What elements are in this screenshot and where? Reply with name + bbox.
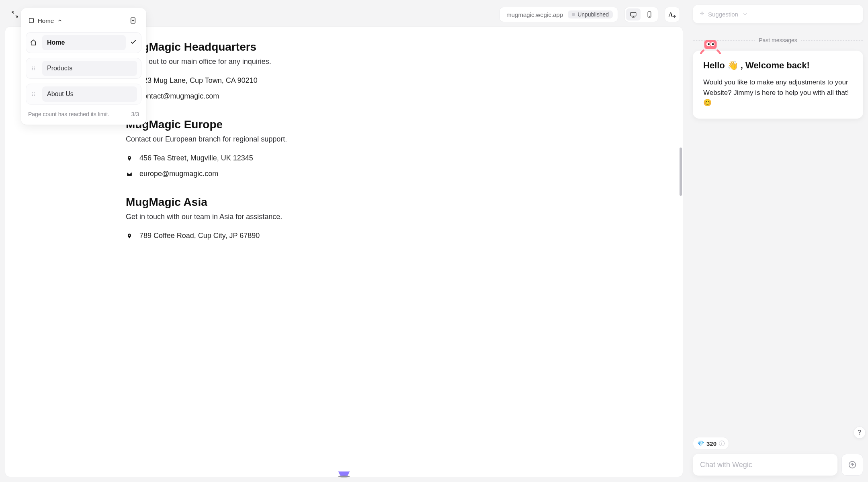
- location-icon: [126, 155, 133, 162]
- office-block: MugMagic Europe Contact our European bra…: [126, 118, 651, 178]
- office-subtitle: Contact our European branch for regional…: [126, 135, 651, 144]
- suggestion-label: Suggestion: [708, 11, 738, 18]
- mail-icon: [126, 171, 133, 177]
- editor-shell: Home mugmagic.wegic.app Unpublished: [5, 5, 683, 477]
- svg-point-18: [338, 476, 350, 478]
- page-limit-text: Page count has reached its limit.: [28, 111, 109, 117]
- assistant-avatar-icon: [700, 39, 721, 54]
- page-item-home[interactable]: Home: [26, 32, 141, 53]
- drag-handle-icon[interactable]: [29, 66, 38, 71]
- location-icon: [126, 233, 133, 239]
- office-subtitle: Reach out to our main office for any inq…: [126, 57, 651, 66]
- office-title: MugMagic Europe: [126, 118, 651, 131]
- pages-popover-title[interactable]: Home: [28, 17, 63, 24]
- office-title: MugMagic Asia: [126, 196, 651, 209]
- page-count-text: 3/3: [131, 111, 139, 117]
- svg-rect-19: [704, 40, 717, 49]
- ink-drop-icon: ◆: [673, 14, 676, 18]
- office-email-line: contact@mugmagic.com: [126, 92, 651, 101]
- past-messages-label: Past messages: [759, 37, 797, 43]
- svg-point-15: [34, 92, 35, 93]
- page-item-label: Home: [42, 35, 126, 50]
- desktop-view-button[interactable]: [626, 8, 641, 21]
- chat-footer: 💎 320 i: [693, 437, 863, 477]
- svg-point-11: [34, 70, 35, 70]
- mobile-view-button[interactable]: [642, 8, 657, 21]
- assistant-body: Would you like to make any adjustments t…: [703, 77, 853, 108]
- page-item-about[interactable]: About Us: [26, 84, 141, 105]
- svg-point-12: [32, 92, 33, 93]
- svg-point-7: [32, 68, 33, 69]
- office-address: 123 Mug Lane, Cup Town, CA 90210: [139, 76, 258, 85]
- svg-rect-4: [29, 18, 34, 23]
- url-text: mugmagic.wegic.app: [506, 11, 563, 18]
- assistant-greeting: Hello 👋 , Welcome back!: [703, 60, 853, 71]
- svg-point-13: [32, 94, 33, 94]
- svg-point-8: [32, 70, 33, 70]
- page-item-label: About Us: [42, 86, 137, 102]
- publish-status-chip: Unpublished: [568, 10, 613, 18]
- chat-panel: Suggestion Past messages Hello 👋 , Welco…: [693, 5, 863, 477]
- wave-emoji-icon: 👋: [727, 60, 738, 71]
- office-address-line: 789 Coffee Road, Cup City, JP 67890: [126, 232, 651, 240]
- credits-chip[interactable]: 💎 320 i: [693, 437, 729, 450]
- pages-popover-header: Home: [26, 13, 141, 31]
- page-item-label: Products: [42, 61, 137, 76]
- office-email: europe@mugmagic.com: [139, 170, 218, 178]
- send-button[interactable]: [841, 454, 863, 476]
- svg-point-16: [34, 94, 35, 94]
- office-address: 456 Tea Street, Mugville, UK 12345: [139, 154, 253, 162]
- info-icon[interactable]: i: [719, 441, 725, 446]
- check-icon: [130, 38, 137, 47]
- home-icon: [29, 39, 38, 46]
- office-address-line: 456 Tea Street, Mugville, UK 12345: [126, 154, 651, 162]
- chat-input[interactable]: [693, 454, 837, 476]
- scrollbar-thumb[interactable]: [680, 148, 682, 196]
- pages-list: Home Products About Us: [26, 31, 141, 109]
- greeting-suffix: , Welcome back!: [741, 60, 810, 71]
- pages-popover-title-label: Home: [38, 17, 54, 24]
- pages-popover: Home Home: [21, 8, 146, 125]
- help-button[interactable]: ?: [854, 427, 866, 439]
- publish-status-label: Unpublished: [577, 11, 609, 18]
- office-address-line: 123 Mug Lane, Cup Town, CA 90210: [126, 76, 651, 85]
- url-field[interactable]: mugmagic.wegic.app Unpublished: [500, 7, 618, 22]
- office-subtitle: Get in touch with our team in Asia for a…: [126, 213, 651, 221]
- svg-rect-1: [631, 12, 636, 16]
- credits-value: 320: [706, 440, 717, 447]
- device-toggle: [624, 7, 658, 22]
- add-page-button[interactable]: [127, 14, 139, 27]
- sparkle-icon: [699, 11, 705, 17]
- office-title: MugMagic Headquarters: [126, 41, 651, 53]
- status-dot-icon: [572, 13, 575, 16]
- svg-point-22: [708, 43, 709, 45]
- drag-handle-icon[interactable]: [29, 91, 38, 97]
- office-block: MugMagic Headquarters Reach out to our m…: [126, 41, 651, 101]
- typography-button[interactable]: A◆: [665, 7, 680, 22]
- office-email-line: europe@mugmagic.com: [126, 170, 651, 178]
- office-address: 789 Coffee Road, Cup City, JP 67890: [139, 232, 260, 240]
- gem-icon: 💎: [697, 440, 704, 447]
- page-item-products[interactable]: Products: [26, 58, 141, 79]
- tray-handle-icon[interactable]: [337, 470, 351, 478]
- expand-icon[interactable]: [8, 8, 22, 21]
- suggestion-button[interactable]: Suggestion: [693, 5, 863, 23]
- assistant-message: Hello 👋 , Welcome back! Would you like t…: [693, 51, 863, 119]
- svg-point-3: [649, 16, 650, 16]
- svg-point-14: [32, 95, 33, 96]
- office-block: MugMagic Asia Get in touch with our team…: [126, 196, 651, 240]
- svg-point-10: [34, 68, 35, 69]
- svg-point-23: [712, 43, 714, 45]
- svg-point-9: [34, 67, 35, 68]
- greeting-prefix: Hello: [703, 60, 725, 71]
- office-email: contact@mugmagic.com: [139, 92, 219, 101]
- chevron-down-icon: [742, 11, 748, 17]
- pages-footer: Page count has reached its limit. 3/3: [26, 109, 141, 117]
- svg-point-6: [32, 67, 33, 68]
- svg-point-17: [34, 95, 35, 96]
